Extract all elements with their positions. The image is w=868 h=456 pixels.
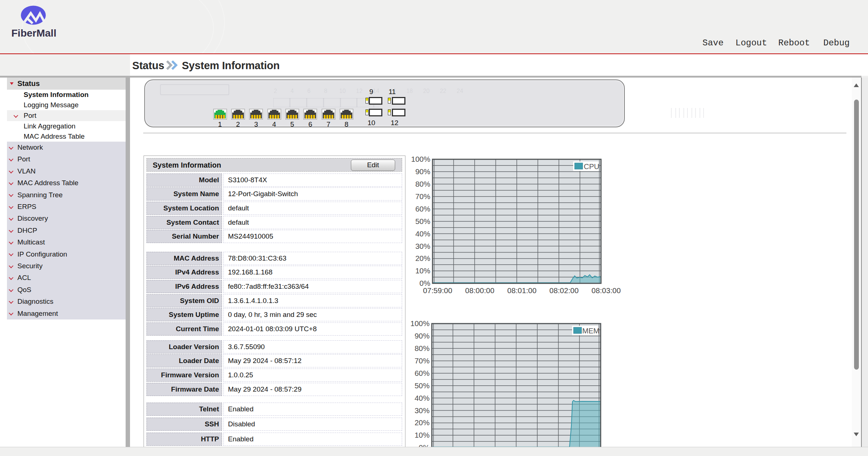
svg-text:20%: 20% xyxy=(415,254,430,262)
svg-text:08:00:00: 08:00:00 xyxy=(465,286,494,295)
svg-text:08:01:00: 08:01:00 xyxy=(507,286,537,295)
svg-text:50%: 50% xyxy=(415,381,430,389)
svg-text:40%: 40% xyxy=(415,229,430,238)
svg-text:08:02:00: 08:02:00 xyxy=(549,286,579,295)
svg-text:60%: 60% xyxy=(415,369,430,377)
svg-text:07:59:00: 07:59:00 xyxy=(423,286,452,295)
svg-text:10%: 10% xyxy=(415,431,430,439)
svg-text:CPU: CPU xyxy=(584,162,599,171)
svg-text:100%: 100% xyxy=(411,320,430,328)
svg-text:08:03:00: 08:03:00 xyxy=(591,286,621,295)
svg-text:80%: 80% xyxy=(415,180,430,188)
svg-text:90%: 90% xyxy=(415,332,430,340)
svg-text:70%: 70% xyxy=(415,356,430,365)
svg-text:80%: 80% xyxy=(415,344,430,352)
svg-text:30%: 30% xyxy=(415,242,430,250)
svg-text:10%: 10% xyxy=(415,266,430,275)
svg-text:0%: 0% xyxy=(419,443,430,447)
svg-text:20%: 20% xyxy=(415,418,430,427)
svg-text:90%: 90% xyxy=(415,167,430,176)
svg-text:70%: 70% xyxy=(415,192,430,201)
svg-text:40%: 40% xyxy=(415,393,430,402)
svg-text:MEM: MEM xyxy=(582,327,600,335)
svg-text:50%: 50% xyxy=(415,217,430,225)
svg-text:100%: 100% xyxy=(411,155,430,163)
svg-text:60%: 60% xyxy=(415,205,430,213)
svg-text:30%: 30% xyxy=(415,406,430,414)
